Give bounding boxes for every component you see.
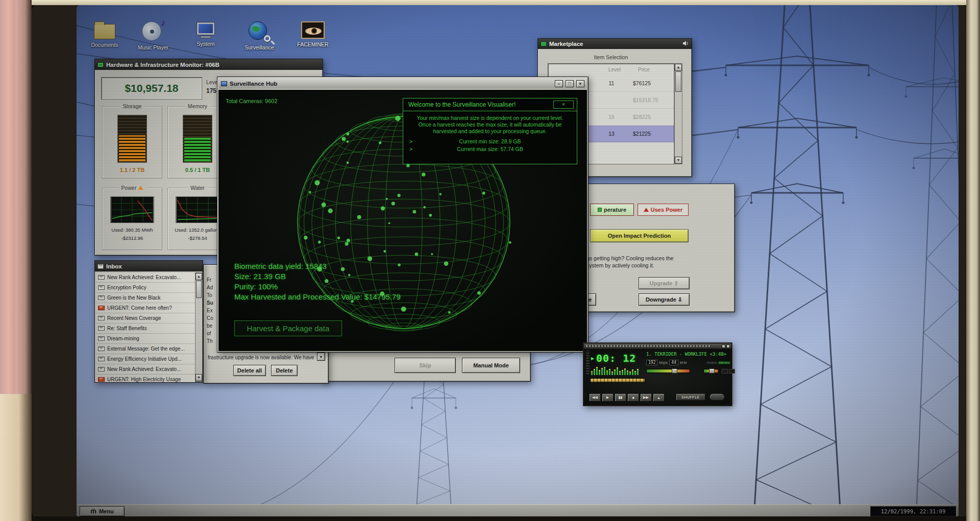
balance-knob[interactable] [709,368,715,374]
menu-button[interactable]: m̈ Menu [80,506,125,516]
bezel-bottom [32,516,966,521]
transport-button[interactable]: ◀◀ [589,393,601,402]
power-cost: -$2312.96 [103,235,162,241]
inbox-row[interactable]: Dream-mining [96,334,195,344]
scroll-up-icon[interactable]: ▲ [195,273,202,280]
envelope-icon [98,316,105,320]
welcome-dialog-body: Your min/max harvest size is dependent o… [403,115,577,135]
surveillance-hub-titlebar[interactable]: Surveillance Hub – □ × [218,78,587,89]
taskbar-clock: 12/02/1999, 22:31:09 [870,506,956,516]
inbox-subject: External Message: Get the edge... [107,346,185,352]
envelope-icon [98,377,105,382]
volume-knob[interactable] [672,368,677,374]
marketplace-scrollbar[interactable]: ▲ ▼ [674,63,682,164]
inbox-row[interactable]: URGENT: High Electricity Usage [96,375,195,383]
scroll-down-icon[interactable]: ▼ [675,157,682,164]
inbox-subject: Encryption Policy [107,285,146,290]
dialog-close-icon[interactable]: × [553,101,574,109]
eq-button[interactable] [722,369,728,374]
delete-button[interactable]: Delete [271,365,298,376]
desktop-icon-documents[interactable]: Documents [83,19,126,48]
inbox-titlebar[interactable]: Inbox [95,261,203,271]
transport-button[interactable]: ▶▶ [640,393,652,402]
transport-button[interactable]: ▶ [602,393,614,402]
music-player-window: ▶ 00: 12 1. TEKRIDER - WORKLIFE <3:48> 1… [583,343,732,406]
manual-mode-button[interactable]: Manual Mode [462,358,520,373]
inbox-row[interactable]: New Rank Achieved: Excavato... [96,272,195,283]
minimize-icon[interactable]: – [555,80,563,87]
open-impact-prediction-button[interactable]: Open Impact Prediction [590,229,689,242]
marketplace-titlebar[interactable]: Marketplace [538,39,692,49]
repeat-button[interactable] [709,393,725,401]
price-column-header: Price [638,67,650,72]
player-minimize-icon[interactable] [722,344,725,348]
scrollbar-thumb[interactable] [675,71,681,92]
chip-icon [97,62,104,67]
maximize-icon[interactable]: □ [566,80,574,87]
speaker-icon[interactable] [683,41,689,47]
transport-button[interactable]: ■ [627,393,639,402]
downgrade-button[interactable]: Downgrade ⇩ [639,293,690,306]
inbox-subject: New Rank Achieved: Excavato... [107,275,181,280]
stream-info: 192 kbps 44 kHz mono stereo [646,360,730,365]
water-usage-graph [176,196,219,223]
scrollbar-thumb[interactable] [196,281,202,298]
inbox-subject: Green is the New Black [107,295,161,301]
eye-icon [301,21,325,39]
harvest-stats: Biometric data yield: 15843Size: 21.39 G… [234,261,401,302]
samplerate-value: 44 [669,360,678,365]
scroll-down-icon[interactable]: ▼ [195,374,202,381]
transport-button[interactable]: ▮▮ [615,393,626,402]
bezel-right [966,0,980,521]
welcome-dialog-title: Welcome to the Surveillance Visualiser! [408,101,553,108]
inbox-row[interactable]: Recent News Coverage [96,313,195,324]
envelope-icon [98,326,105,331]
shuffle-button[interactable]: SHUFFLE [676,393,705,401]
delete-all-button[interactable]: Delete all [233,365,266,376]
inbox-row[interactable]: New Rank Achieved: Excavato... [96,364,195,375]
storage-value: 1.1 / 2 TB [103,167,162,173]
inbox-scrollbar[interactable]: ▲ ▼ [195,272,203,382]
envelope-icon [98,336,105,341]
skip-button[interactable]: Skip [395,358,456,373]
inbox-row[interactable]: Re: Staff Benefits [96,324,195,334]
inbox-subject: Energy Efficiency Initiative Upd... [107,356,182,362]
scroll-up-icon[interactable]: ▲ [675,64,682,71]
seek-bar[interactable] [590,378,645,383]
desktop-icon-faceminer[interactable]: FACEMINER [291,19,334,47]
upgrade-button[interactable]: Upgrade ⇧ [639,277,690,289]
inbox-row[interactable]: URGENT: Come here often? [96,303,195,313]
transport-button[interactable]: ▲ [653,393,665,402]
clutterbar[interactable] [586,351,590,374]
close-icon[interactable]: × [576,80,584,87]
memory-meter [183,115,212,163]
inbox-row[interactable]: External Message: Get the edge... [96,344,195,354]
temperature-button[interactable]: perature [590,204,634,216]
inbox-row[interactable]: Green is the New Black [96,293,195,303]
level-column-header: Level [608,67,621,72]
envelope-icon [98,285,105,290]
playlist-button[interactable] [729,369,735,374]
uses-power-badge[interactable]: Uses Power [638,204,689,216]
total-cameras: Total Cameras: 9602 [226,98,278,104]
taskbar: m̈ Menu 12/02/1999, 22:31:09 [77,504,959,517]
desktop-icon-surveillance[interactable]: Surveillance [238,19,281,51]
surveillance-hub-window: Surveillance Hub – □ × Total Cameras: 96… [217,77,589,353]
desktop-icon-music-player[interactable]: ♪ Music Player [132,19,175,51]
player-titlebar[interactable] [584,343,731,349]
dialog-line: harvested and added to your processing q… [403,128,577,135]
inbox-subject: Dream-mining [107,336,139,341]
hardware-monitor-titlebar[interactable]: Hardware & Infrastructure Monitor: #06B [95,59,323,70]
dialog-line: Your min/max harvest size is dependent o… [403,115,577,121]
harvest-package-button[interactable]: Harvest & Package data [234,320,342,336]
balance-display: $10,957.18 [101,77,202,100]
desktop-icon-system[interactable]: System [184,19,227,47]
balance-slider[interactable] [703,369,719,373]
inbox-row[interactable]: Encryption Policy [96,283,195,293]
volume-slider[interactable] [646,369,690,373]
inbox-row[interactable]: Energy Efficiency Initiative Upd... [96,354,195,364]
welcome-dialog: Welcome to the Surveillance Visualiser! … [403,98,577,164]
player-close-icon[interactable] [726,344,730,348]
dropdown-arrow-button[interactable]: ▼ [317,353,325,361]
item-selection-label: Item Selection [548,54,674,60]
